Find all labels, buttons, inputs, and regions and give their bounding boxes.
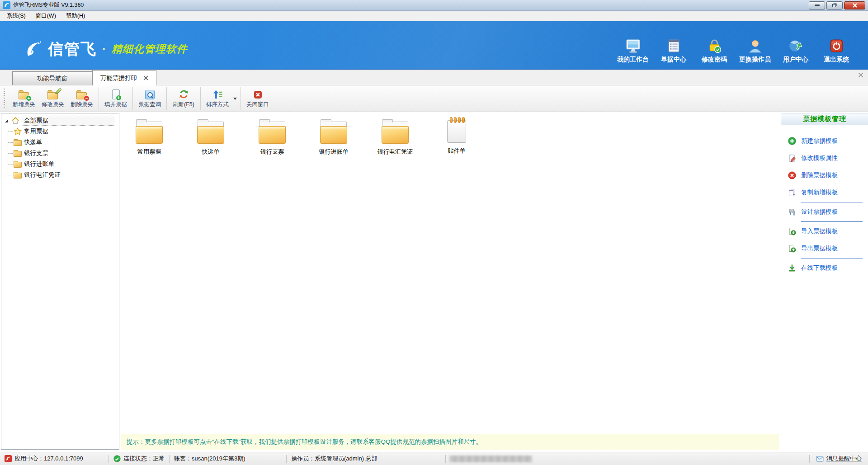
toolbar: 新增票夹 修改票夹 删除票夹 填开票据 票据查询 刷新(F5): [0, 85, 868, 112]
tree-item-common-tickets[interactable]: 常用票据: [14, 126, 119, 137]
refresh-icon: [179, 89, 189, 99]
tree-item-bank-deposit[interactable]: 银行进账单: [14, 159, 119, 169]
tree-item-express-sheet[interactable]: 快递单: [14, 137, 119, 148]
copy-template-link[interactable]: 复制新增模板: [781, 184, 868, 201]
folder-item-bank-deposit[interactable]: 银行进账单: [304, 116, 363, 156]
folder-item-bank-cheque[interactable]: 银行支票: [242, 116, 302, 156]
refresh-button[interactable]: 刷新(F5): [169, 87, 198, 110]
folder-label: 贴件单: [448, 147, 466, 155]
edit-template-props-link[interactable]: 修改模板属性: [781, 150, 868, 167]
add-folder-button[interactable]: 新增票夹: [9, 87, 38, 110]
tabstrip-close-icon[interactable]: [858, 72, 863, 78]
tree-root-all-tickets[interactable]: 全部票据: [1, 115, 119, 126]
banner-action-label: 用户中心: [783, 56, 808, 64]
menu-system[interactable]: 系统(S): [2, 11, 31, 21]
export-template-link[interactable]: 导出票据模板: [781, 240, 868, 257]
sort-mode-button[interactable]: 排序方式: [203, 87, 232, 110]
tree-item-label: 常用票据: [24, 127, 48, 136]
brand: 信管飞 · 精细化管理软件: [24, 39, 188, 60]
account-status: 账套：susan(2019年第3期): [170, 455, 286, 463]
tab-close-icon[interactable]: [143, 75, 148, 80]
folder-icon: [14, 139, 22, 146]
close-window-button[interactable]: 关闭窗口: [243, 87, 272, 110]
tree-item-label: 银行进账单: [24, 160, 55, 168]
globe-icon: [788, 38, 804, 54]
folder-icon: [136, 119, 163, 144]
exit-system-button[interactable]: 退出系统: [820, 38, 853, 64]
toolbar-button-label: 修改票夹: [42, 101, 64, 108]
hint-text: 提示：更多票据打印模板可点击“在线下载”获取，我们提供票据打印模板设计服务，请联…: [127, 438, 482, 446]
banner-action-label: 单据中心: [661, 56, 686, 64]
chevron-down-icon: [233, 98, 237, 100]
app-logo-icon: [3, 1, 10, 9]
download-icon: [788, 264, 796, 272]
tree-root-label[interactable]: 全部票据: [22, 116, 115, 126]
document-center-icon: [666, 38, 682, 54]
template-action-label: 删除票据模板: [801, 171, 838, 179]
hint-bar: 提示：更多票据打印模板可点击“在线下载”获取，我们提供票据打印模板设计服务，请联…: [121, 434, 779, 450]
folder-item-bank-wire[interactable]: 银行电汇凭证: [365, 116, 425, 156]
close-red-icon: [253, 90, 263, 99]
tree-children: 常用票据 快递单 银行支票 银行进账单 银行电汇凭证: [1, 126, 119, 180]
panel-divider: [801, 258, 863, 258]
operator-text: 操作员：系统管理员(admin) 总部: [291, 455, 377, 463]
home-icon: [11, 117, 19, 125]
window-controls: [809, 1, 865, 9]
message-center-link[interactable]: 消息提醒中心: [810, 455, 868, 463]
query-ticket-button[interactable]: 票据查询: [135, 87, 164, 110]
notepad-icon: [447, 120, 466, 143]
folder-minus-icon: [76, 90, 87, 99]
close-icon: [852, 3, 858, 8]
folder-label: 银行支票: [260, 148, 284, 156]
tree-item-bank-wire[interactable]: 银行电汇凭证: [14, 169, 119, 180]
design-template-link[interactable]: 设计票据模板: [781, 203, 868, 221]
menu-help[interactable]: 帮助(H): [61, 11, 90, 21]
fill-ticket-button[interactable]: 填开票据: [101, 87, 130, 110]
toolbar-button-label: 票据查询: [138, 101, 161, 108]
tab-function-navigator[interactable]: 功能导航窗: [12, 71, 92, 85]
my-workbench-button[interactable]: 我的工作台: [617, 38, 649, 64]
folder-icon: [259, 119, 286, 144]
import-template-link[interactable]: 导入票据模板: [781, 223, 868, 240]
template-management-panel: 票据模板管理 新建票据模板 修改模板属性 删除票据模板: [781, 112, 868, 452]
minimize-button[interactable]: [809, 1, 825, 9]
user-center-button[interactable]: 用户中心: [779, 38, 812, 64]
restore-button[interactable]: [826, 1, 843, 9]
folder-item-common-tickets[interactable]: 常用票据: [119, 116, 179, 156]
menu-window[interactable]: 窗口(W): [31, 11, 61, 21]
edit-folder-button[interactable]: 修改票夹: [38, 87, 67, 110]
tab-universal-ticket-print[interactable]: 万能票据打印: [92, 70, 156, 85]
folder-icon: [14, 161, 22, 167]
tab-label: 万能票据打印: [100, 74, 137, 82]
folder-item-sticker-sheet[interactable]: 贴件单: [427, 116, 486, 156]
copy-pages-icon: [788, 188, 796, 197]
document-center-button[interactable]: 单据中心: [657, 38, 690, 64]
toolbar-button-label: 新增票夹: [13, 101, 35, 108]
download-template-link[interactable]: 在线下载模板: [781, 259, 868, 277]
close-button[interactable]: [844, 1, 865, 9]
toolbar-button-label: 排序方式: [206, 101, 229, 108]
folder-item-express-sheet[interactable]: 快递单: [181, 116, 241, 156]
document-plus-icon: [112, 89, 120, 99]
message-center-text: 消息提醒中心: [826, 455, 862, 463]
toolbar-grip[interactable]: [4, 89, 5, 108]
app-center-icon: [5, 455, 12, 462]
workbench-monitor-icon: [625, 38, 641, 54]
change-password-button[interactable]: 修改密码: [698, 38, 731, 64]
delete-template-link[interactable]: 删除票据模板: [781, 167, 868, 184]
folder-icon: [197, 119, 224, 144]
toolbar-separator: [99, 87, 99, 110]
template-action-label: 导入票据模板: [801, 227, 838, 235]
sort-mode-dropdown[interactable]: [232, 87, 238, 110]
template-action-label: 复制新增模板: [801, 188, 838, 197]
tree-expander-icon[interactable]: [5, 119, 8, 122]
folder-plus-icon: [19, 90, 29, 99]
tree-item-bank-cheque[interactable]: 银行支票: [14, 148, 119, 159]
toolbar-separator: [132, 87, 133, 110]
new-template-link[interactable]: 新建票据模板: [781, 132, 868, 150]
switch-operator-button[interactable]: 更换操作员: [739, 38, 771, 64]
magnifier-icon: [145, 90, 155, 99]
restore-icon: [832, 4, 836, 7]
delete-folder-button[interactable]: 删除票夹: [67, 87, 96, 110]
power-icon: [829, 38, 844, 54]
